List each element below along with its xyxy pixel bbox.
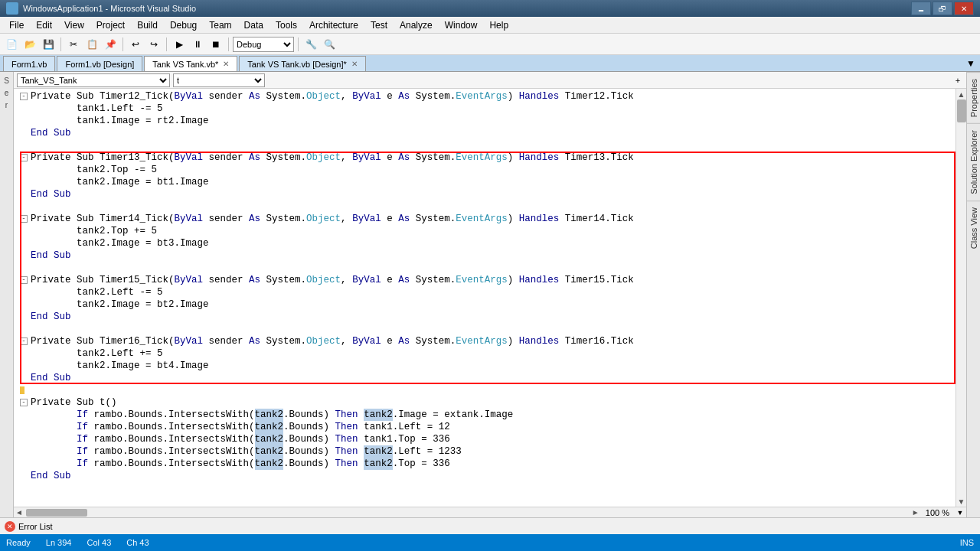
menu-item-team[interactable]: Team xyxy=(203,18,237,32)
minimize-button[interactable]: 🗕 xyxy=(911,2,931,15)
close-button[interactable]: ✕ xyxy=(954,2,974,15)
menu-item-help[interactable]: Help xyxy=(483,18,514,32)
copy-button[interactable]: 📋 xyxy=(83,36,100,53)
vertical-scrollbar[interactable]: ▲ ▼ xyxy=(956,89,966,507)
undo-button[interactable]: ↩ xyxy=(127,36,144,53)
code-line xyxy=(20,323,948,335)
menu-item-view[interactable]: View xyxy=(58,18,90,32)
menu-item-project[interactable]: Project xyxy=(90,18,131,32)
hscroll-track[interactable] xyxy=(24,507,910,518)
status-ln: Ln 394 xyxy=(46,538,72,547)
scroll-right-arrow[interactable]: ► xyxy=(910,507,921,518)
scroll-up-arrow[interactable]: ▲ xyxy=(956,89,967,99)
code-token-plain: Private Sub Timer12_Tick( xyxy=(31,90,175,103)
code-token-plain: tank2.Left -= 5 xyxy=(77,286,163,298)
collapse-button[interactable]: - xyxy=(20,399,28,406)
code-token-plain: e xyxy=(381,152,399,164)
tab-form1_vb__design_[interactable]: Form1.vb [Design] xyxy=(57,56,142,71)
pause-button[interactable]: ⏸ xyxy=(189,36,206,53)
status-bar: Ready Ln 394 Col 43 Ch 43 INS xyxy=(0,534,980,551)
redo-button[interactable]: ↪ xyxy=(145,36,162,53)
code-token-keyword: ByVal xyxy=(352,213,381,225)
expand-collapse-button[interactable]: + xyxy=(952,73,963,87)
maximize-button[interactable]: 🗗 xyxy=(933,2,952,15)
code-token-plain: , xyxy=(341,152,352,164)
tab-close-3[interactable]: ✕ xyxy=(351,60,358,68)
menu-item-window[interactable]: Window xyxy=(439,18,484,32)
code-line xyxy=(20,384,948,396)
code-token-plain: tank1.Top = 336 xyxy=(358,433,450,445)
error-list-bar: ✕ Error List xyxy=(0,517,980,534)
properties-tab[interactable]: Properties xyxy=(967,72,981,123)
scroll-left-arrow[interactable]: ◄ xyxy=(14,507,24,518)
code-token-keyword: As xyxy=(249,90,260,103)
code-indent xyxy=(31,237,77,249)
code-token-plain: rambo.Bounds.IntersectsWith( xyxy=(88,445,255,458)
code-token-keyword: Handles xyxy=(519,90,560,103)
class-dropdown[interactable]: Tank_VS_Tank xyxy=(17,73,170,87)
menu-item-build[interactable]: Build xyxy=(131,18,164,32)
code-editor[interactable]: -Private Sub Timer12_Tick(ByVal sender A… xyxy=(14,89,956,507)
start-button[interactable]: ▶ xyxy=(171,36,188,53)
collapse-button[interactable]: - xyxy=(20,154,28,161)
code-token-keyword: ByVal xyxy=(175,213,204,225)
tab-form1_vb[interactable]: Form1.vb xyxy=(3,56,55,71)
paste-button[interactable]: 📌 xyxy=(102,36,119,53)
tab-close-2[interactable]: ✕ xyxy=(223,60,229,68)
code-token-keyword: Then xyxy=(335,433,358,445)
code-token-plain: e xyxy=(381,335,399,347)
new-button[interactable]: 📄 xyxy=(3,36,20,53)
code-token-plain: System. xyxy=(260,152,306,164)
collapse-button[interactable]: - xyxy=(20,337,28,345)
code-token-plain: tank1.Left -= 5 xyxy=(77,103,163,115)
code-token-keyword: ByVal xyxy=(175,90,204,103)
menu-item-architecture[interactable]: Architecture xyxy=(303,18,364,32)
code-token-plain: ) xyxy=(508,90,519,103)
menu-item-edit[interactable]: Edit xyxy=(30,18,58,32)
code-token-plain: System. xyxy=(410,335,456,347)
code-indent xyxy=(31,298,77,311)
menu-item-test[interactable]: Test xyxy=(364,18,394,32)
title-bar: WindowsApplication1 - Microsoft Visual S… xyxy=(0,0,980,17)
cut-button[interactable]: ✂ xyxy=(65,36,82,53)
sidebar-icon-3[interactable]: r xyxy=(2,99,12,110)
tab-tank_vs_tank_vb_[interactable]: Tank VS Tank.vb*✕ xyxy=(144,56,237,71)
open-button[interactable]: 📂 xyxy=(21,36,38,53)
menu-item-analyze[interactable]: Analyze xyxy=(394,18,439,32)
toolbar-separator-5 xyxy=(298,37,299,51)
toolbar-extra-2[interactable]: 🔍 xyxy=(321,36,338,53)
code-token-plain: tank2.Left += 5 xyxy=(77,347,163,360)
code-token-plain: , xyxy=(341,274,352,286)
scroll-track[interactable] xyxy=(956,99,967,496)
debug-config-dropdown[interactable]: Debug Release xyxy=(233,37,294,52)
sidebar-icon-1[interactable]: S xyxy=(2,75,12,86)
menu-item-tools[interactable]: Tools xyxy=(270,18,303,32)
zoom-dropdown-arrow[interactable]: ▼ xyxy=(954,507,966,518)
code-line: tank2.Top -= 5 xyxy=(20,164,948,176)
collapse-button[interactable]: - xyxy=(20,93,28,100)
tab-tank_vs_tank_vb__design__[interactable]: Tank VS Tank.vb [Design]*✕ xyxy=(239,56,365,71)
sidebar-icon-2[interactable]: e xyxy=(2,87,12,98)
error-list-label[interactable]: Error List xyxy=(18,522,53,531)
code-line: tank2.Left += 5 xyxy=(20,347,948,360)
save-button[interactable]: 💾 xyxy=(40,36,57,53)
stop-button[interactable]: ⏹ xyxy=(207,36,224,53)
toolbar-extra-1[interactable]: 🔧 xyxy=(302,36,319,53)
code-line: If rambo.Bounds.IntersectsWith(tank2.Bou… xyxy=(20,458,948,470)
hscroll-thumb[interactable] xyxy=(26,509,87,517)
menu-item-file[interactable]: File xyxy=(3,18,30,32)
class-view-tab[interactable]: Class View xyxy=(967,201,981,255)
scroll-thumb[interactable] xyxy=(957,99,966,122)
collapse-button[interactable]: - xyxy=(20,276,28,284)
scroll-down-arrow[interactable]: ▼ xyxy=(956,496,967,507)
method-dropdown[interactable]: t xyxy=(173,73,265,87)
solution-explorer-tab[interactable]: Solution Explorer xyxy=(967,123,981,201)
collapse-button[interactable]: - xyxy=(20,215,28,223)
menu-item-data[interactable]: Data xyxy=(238,18,270,32)
code-token-plain: tank2.Top -= 5 xyxy=(77,164,157,176)
code-line: -Private Sub Timer15_Tick(ByVal sender A… xyxy=(20,274,948,286)
app-icon xyxy=(6,2,18,15)
menu-item-debug[interactable]: Debug xyxy=(164,18,203,32)
code-token-keyword: If xyxy=(77,458,88,470)
tab-list-arrow[interactable]: ▼ xyxy=(965,56,977,71)
